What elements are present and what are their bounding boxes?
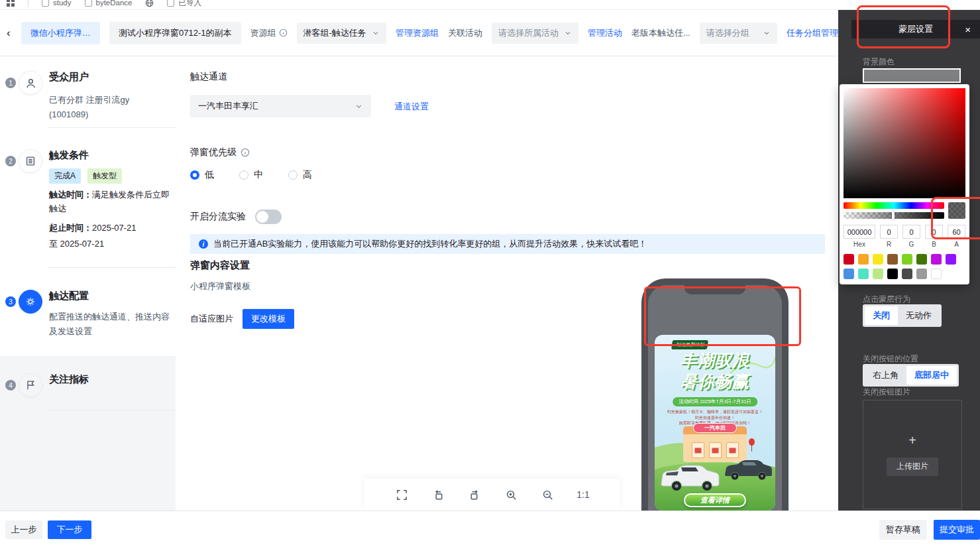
channel-select[interactable]: 一汽丰田丰享汇 (190, 95, 371, 117)
close-pos-label: 关闭按钮的位置 (863, 353, 918, 365)
close-pos-option-topright[interactable]: 右上角 (865, 366, 906, 385)
preset-color-swatch[interactable] (858, 254, 869, 265)
preset-color-swatch[interactable] (873, 254, 883, 265)
gift-icon (712, 448, 719, 454)
preset-color-swatch[interactable] (946, 254, 956, 265)
channel-label: 触达通道 (190, 71, 227, 83)
poster-storefront: 一汽丰田 (683, 426, 747, 462)
rotate-left-button[interactable] (431, 487, 445, 502)
preset-color-swatch[interactable] (858, 269, 869, 279)
white-suv-image (657, 460, 724, 493)
template-label: 小程序弹窗模板 (190, 280, 250, 292)
fullscreen-icon (396, 489, 408, 501)
store-window (692, 442, 704, 458)
submit-approval-button[interactable]: 提交审批 (934, 520, 980, 540)
tag-trigger-type: 触发型 (87, 168, 122, 184)
step-desc: 配置推送的触达通道、推送内容及发送设置 (49, 310, 171, 339)
resource-group-select[interactable]: 潜客组-触达任务 (297, 23, 386, 44)
app-type-tab[interactable]: 微信小程序弹窗｜... (21, 22, 100, 44)
step-title: 受众用户 (49, 71, 89, 84)
mask-color-swatch[interactable] (863, 68, 961, 83)
upload-image-button[interactable]: 上传图片 (887, 457, 938, 476)
toggle-knob (256, 211, 268, 223)
mask-click-option-none[interactable]: 无动作 (898, 306, 940, 325)
priority-radio-medium[interactable]: 中 (239, 169, 263, 181)
scale-1-1-button[interactable]: 1:1 (576, 489, 589, 500)
zoom-out-button[interactable] (540, 487, 555, 502)
preset-color-swatch[interactable] (931, 254, 942, 265)
poster-title-line2: 暑你畅赢 (655, 371, 775, 393)
gift-icon (729, 448, 736, 454)
task-name-input[interactable]: 测试小程序弹窗0712-1的副本 (109, 22, 241, 44)
bg-color-label: 背景颜色 (863, 56, 895, 68)
preset-color-swatch[interactable] (887, 269, 898, 279)
preset-color-swatch[interactable] (844, 269, 854, 279)
user-icon (19, 71, 42, 95)
next-step-button[interactable]: 下一步 (48, 520, 91, 539)
bookmarks-divider (28, 0, 28, 7)
priority-radio-low[interactable]: 低 (190, 169, 214, 181)
prev-step-button[interactable]: 上一步 (5, 520, 42, 539)
bookmark-globe[interactable] (145, 0, 154, 7)
step-title: 关注指标 (49, 373, 89, 386)
fullscreen-button[interactable] (394, 487, 409, 502)
template-type-text: 自适应图片 (190, 313, 233, 325)
preset-color-swatch[interactable] (844, 254, 854, 265)
bookmark-label: 已导入 (178, 0, 201, 8)
alpha-slider-handle[interactable] (892, 212, 895, 219)
info-icon: i (199, 239, 208, 249)
channel-settings-link[interactable]: 通道设置 (394, 101, 429, 113)
zoom-in-button[interactable] (504, 487, 518, 502)
bookmark-bytedance[interactable]: byteDance (85, 0, 133, 7)
list-icon (19, 149, 42, 173)
folder-icon (42, 0, 49, 7)
close-image-upload-box[interactable]: + 上传图片 (863, 400, 962, 509)
activity-select[interactable]: 请选择所属活动 (492, 23, 578, 44)
alpha-slider[interactable] (844, 212, 944, 219)
manage-resource-group-link[interactable]: 管理资源组 (396, 27, 439, 39)
close-pos-option-bottomcenter[interactable]: 底部居中 (906, 366, 957, 385)
preset-color-swatch[interactable] (916, 269, 927, 279)
select-value: 潜客组-触达任务 (303, 27, 366, 39)
preset-color-swatch[interactable] (887, 254, 898, 265)
saturation-area[interactable] (844, 88, 965, 198)
bookmark-imported[interactable]: 已导入 (167, 0, 201, 8)
rotate-right-icon (468, 489, 481, 501)
manage-activity-link[interactable]: 管理活动 (588, 27, 622, 39)
select-value: 一汽丰田丰享汇 (198, 100, 258, 112)
close-icon[interactable]: × (962, 20, 973, 38)
g-input[interactable]: 0 (902, 225, 920, 239)
step-number: 4 (5, 380, 16, 391)
preset-color-swatch[interactable] (902, 269, 912, 279)
step-number: 3 (5, 296, 16, 307)
priority-radio-high[interactable]: 高 (288, 169, 312, 181)
steps-sidebar: 1 受众用户 已有分群 注册引流gy (1001089) 2 触发条件 完成A … (0, 56, 176, 511)
folder-icon (85, 0, 92, 7)
preview-toolbar: 1:1 (364, 479, 620, 511)
preset-color-swatch[interactable] (916, 254, 927, 265)
content-section-title: 弹窗内容设置 (190, 259, 250, 272)
ab-experiment-toggle[interactable] (255, 210, 282, 224)
preset-color-swatch[interactable] (873, 269, 883, 279)
zoom-out-icon (541, 489, 554, 501)
apps-grid-icon[interactable] (7, 0, 15, 7)
task-group-manage-link[interactable]: 任务分组管理 (787, 27, 838, 39)
app-root: study byteDance 已导入 ‹ 微信小程序弹窗｜... 测试小程序弹… (0, 0, 980, 547)
r-input[interactable]: 0 (880, 225, 898, 239)
resource-group-label: 资源组 (250, 27, 288, 39)
hex-input[interactable]: 000000 (844, 225, 875, 239)
hue-slider[interactable] (844, 202, 944, 209)
change-template-button[interactable]: 更改模板 (243, 309, 294, 329)
preset-color-swatch[interactable] (931, 269, 942, 279)
group-select[interactable]: 请选择分组 (700, 23, 777, 44)
step-title: 触达配置 (49, 290, 89, 302)
bookmark-study[interactable]: study (42, 0, 72, 7)
g-field: 0 G (902, 225, 920, 248)
step-title: 触发条件 (49, 149, 89, 162)
reach-time-text: 触达时间：满足触发条件后立即触达 (49, 188, 171, 215)
mask-click-option-close[interactable]: 关闭 (865, 306, 898, 325)
save-draft-button[interactable]: 暂存草稿 (879, 520, 927, 540)
back-chevron-icon[interactable]: ‹ (5, 27, 12, 38)
preset-color-swatch[interactable] (902, 254, 912, 265)
rotate-right-button[interactable] (467, 487, 482, 502)
